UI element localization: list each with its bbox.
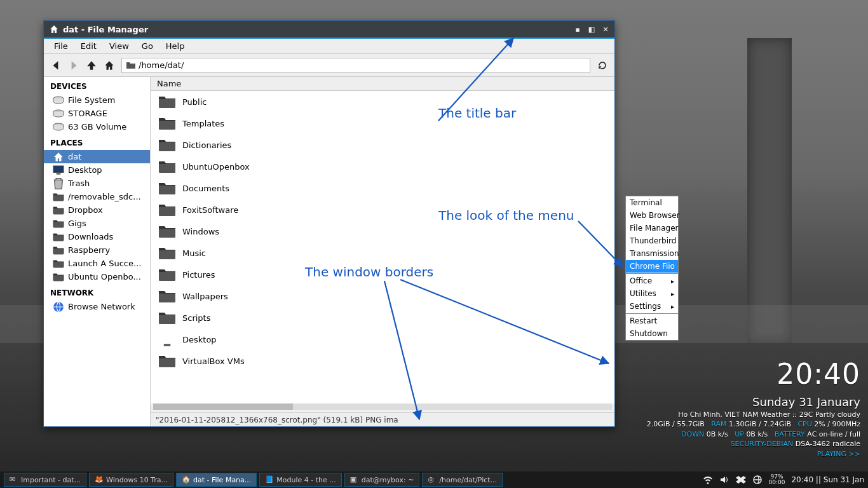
file-row[interactable]: Public bbox=[151, 91, 614, 112]
sidebar-item[interactable]: File System bbox=[44, 93, 150, 107]
close-button[interactable]: ✕ bbox=[602, 25, 609, 33]
taskbar-button[interactable]: ◎/home/dat/Pict... bbox=[422, 473, 503, 487]
sidebar-network-header: NETWORK bbox=[44, 283, 150, 300]
conky-playing: PLAYING >> bbox=[647, 449, 860, 459]
back-button[interactable] bbox=[48, 57, 64, 74]
updater-icon[interactable] bbox=[752, 475, 763, 485]
folder-icon bbox=[158, 159, 176, 174]
path-input[interactable]: /home/dat/ bbox=[121, 58, 590, 73]
context-menu[interactable]: TerminalWeb BrowserFile ManagerThunderbi… bbox=[625, 196, 679, 341]
minimize-button[interactable]: ▪ bbox=[574, 25, 581, 33]
context-menu-item[interactable]: Shutdown bbox=[626, 327, 678, 340]
menu-edit[interactable]: Edit bbox=[74, 40, 103, 52]
sidebar-item[interactable]: STORAGE bbox=[44, 107, 150, 120]
system-tray: 97% 00:00 20:40 || Sun 31 Jan bbox=[703, 474, 864, 485]
toolbar: /home/dat/ bbox=[44, 54, 614, 77]
home-button[interactable] bbox=[101, 57, 118, 74]
up-button[interactable] bbox=[83, 57, 100, 74]
folder-icon bbox=[158, 332, 176, 347]
context-menu-item[interactable]: Transmission bbox=[626, 247, 678, 260]
taskbar-button[interactable]: ✉Important - dat... bbox=[4, 473, 86, 487]
file-list-pane: Name PublicTemplatesDictionariesUbuntuOp… bbox=[151, 77, 614, 426]
context-menu-item[interactable]: Settings bbox=[626, 300, 678, 313]
sidebar-item[interactable]: Dropbox bbox=[44, 203, 150, 217]
titlebar[interactable]: dat - File Manager ▪ ◧ ✕ bbox=[44, 21, 614, 37]
folder-icon bbox=[158, 202, 176, 217]
taskbar-button[interactable]: 🏠dat - File Mana... bbox=[176, 473, 257, 487]
battery-indicator[interactable]: 97% 00:00 bbox=[769, 474, 785, 485]
sidebar-item[interactable]: Downloads bbox=[44, 230, 150, 243]
context-menu-item[interactable]: File Manager bbox=[626, 222, 678, 234]
context-menu-item[interactable]: Web Browser bbox=[626, 209, 678, 222]
sidebar-item[interactable]: Ubuntu Openbo... bbox=[44, 270, 150, 283]
taskbar-button[interactable]: ▣dat@mybox: ~ bbox=[344, 473, 420, 487]
folder-icon bbox=[126, 60, 136, 71]
sidebar-item[interactable]: dat bbox=[44, 150, 150, 163]
taskbar: ✉Important - dat...🦊Windows 10 Tra...🏠da… bbox=[0, 471, 868, 488]
sidebar-item[interactable]: /removable_sdc... bbox=[44, 190, 150, 203]
folder-icon bbox=[158, 137, 176, 152]
sidebar-item[interactable]: 63 GB Volume bbox=[44, 120, 150, 133]
file-row[interactable]: Desktop bbox=[151, 329, 614, 350]
wifi-icon[interactable] bbox=[703, 475, 713, 485]
statusbar: "2016-01-11-205812_1366x768_scrot.png" (… bbox=[151, 412, 614, 426]
sidebar-icon bbox=[53, 302, 64, 311]
taskbar-button[interactable]: 🦊Windows 10 Tra... bbox=[89, 473, 173, 487]
sidebar-item[interactable]: Desktop bbox=[44, 163, 150, 177]
menu-help[interactable]: Help bbox=[159, 40, 191, 52]
sidebar-item[interactable]: Browse Network bbox=[44, 300, 150, 313]
svg-rect-7 bbox=[164, 344, 171, 346]
file-row[interactable]: Templates bbox=[151, 112, 614, 134]
file-manager-window: dat - File Manager ▪ ◧ ✕ File Edit View … bbox=[43, 20, 615, 427]
context-menu-item[interactable]: Restart bbox=[626, 315, 678, 327]
file-row[interactable]: FoxitSoftware bbox=[151, 199, 614, 220]
hscrollbar[interactable] bbox=[153, 403, 612, 410]
file-row[interactable]: Music bbox=[151, 242, 614, 264]
desktop-info-overlay: 20:40 Sunday 31 January Ho Chi Minh, VIE… bbox=[647, 355, 860, 459]
context-menu-item[interactable]: Thunderbird bbox=[626, 234, 678, 247]
reload-button[interactable] bbox=[594, 57, 611, 74]
taskbar-button[interactable]: 📘Module 4 - the ... bbox=[259, 473, 342, 487]
conky-weather: Ho Chi Minh, VIET NAM Weather :: 29C Par… bbox=[647, 410, 860, 419]
context-menu-item[interactable]: Office bbox=[626, 274, 678, 287]
app-icon: 🦊 bbox=[95, 475, 104, 484]
folder-icon bbox=[158, 288, 176, 304]
file-row[interactable]: Scripts bbox=[151, 307, 614, 329]
menu-file[interactable]: File bbox=[48, 40, 74, 52]
file-row[interactable]: Documents bbox=[151, 177, 614, 199]
sidebar-places-header: PLACES bbox=[44, 133, 150, 150]
file-row[interactable]: Windows bbox=[151, 220, 614, 242]
context-menu-item[interactable]: Chrome Fiio bbox=[626, 260, 678, 273]
column-header-name[interactable]: Name bbox=[151, 77, 614, 91]
svg-rect-4 bbox=[57, 173, 61, 174]
sidebar-icon bbox=[53, 179, 64, 188]
file-list[interactable]: PublicTemplatesDictionariesUbuntuOpenbox… bbox=[151, 91, 614, 403]
dropbox-icon[interactable] bbox=[736, 475, 746, 485]
sidebar-icon bbox=[53, 123, 64, 132]
sidebar-item[interactable]: Raspberry bbox=[44, 243, 150, 257]
sidebar-icon bbox=[53, 219, 64, 228]
sidebar-item[interactable]: Trash bbox=[44, 177, 150, 190]
forward-button[interactable] bbox=[65, 57, 82, 74]
context-menu-item[interactable]: Utilites bbox=[626, 287, 678, 300]
sidebar-item[interactable]: Launch A Succe... bbox=[44, 257, 150, 270]
context-menu-item[interactable]: Terminal bbox=[626, 196, 678, 209]
sidebar-devices-header: DEVICES bbox=[44, 77, 150, 93]
sidebar-item[interactable]: Gigs bbox=[44, 217, 150, 230]
menu-view[interactable]: View bbox=[103, 40, 135, 52]
menu-go[interactable]: Go bbox=[135, 40, 159, 52]
conky-date: Sunday 31 January bbox=[647, 394, 860, 410]
folder-icon bbox=[158, 180, 176, 196]
file-row[interactable]: Pictures bbox=[151, 264, 614, 285]
app-icon: ◎ bbox=[428, 475, 437, 484]
file-row[interactable]: Wallpapers bbox=[151, 285, 614, 307]
app-icon: 🏠 bbox=[182, 475, 191, 484]
volume-icon[interactable] bbox=[719, 475, 729, 485]
maximize-button[interactable]: ◧ bbox=[588, 25, 595, 33]
file-row[interactable]: Dictionaries bbox=[151, 134, 614, 156]
file-row[interactable]: VirtualBox VMs bbox=[151, 350, 614, 372]
sidebar-icon bbox=[53, 246, 64, 255]
sidebar-icon bbox=[53, 109, 64, 118]
file-row[interactable]: UbuntuOpenbox bbox=[151, 156, 614, 177]
conky-clock: 20:40 bbox=[647, 355, 860, 394]
